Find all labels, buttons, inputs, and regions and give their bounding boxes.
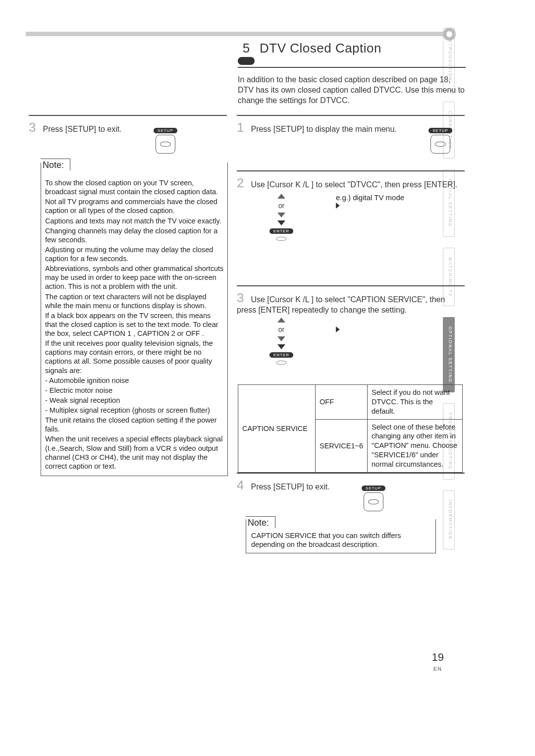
arrow-up-icon: [277, 318, 285, 323]
note-item: Abbreviations, symbols and other grammat…: [45, 264, 224, 291]
remote-setup-icon: SETUP: [428, 128, 452, 154]
arrow-right-icon: [336, 326, 340, 332]
right-step-2: 2 Use [Cursor K /L ] to select "DTVCC", …: [237, 170, 465, 241]
note-item: The unit retains the closed caption sett…: [45, 416, 224, 433]
arrow-down-icon: [277, 213, 285, 217]
page-language: EN: [433, 666, 442, 672]
step-text: Press [SETUP] to exit.: [251, 483, 329, 491]
section-heading: 5 DTV Closed Caption In addition to the …: [238, 41, 466, 106]
note-item: Captions and texts may not match the TV …: [45, 216, 224, 225]
right-step-1: 1 Press [SETUP] to display the main menu…: [237, 115, 465, 154]
note-item: Changing channels may delay the closed c…: [45, 226, 224, 244]
option-service-range: SERVICE1~6: [316, 419, 368, 472]
table-row: CAPTION SERVICE OFF Select if you do not…: [238, 385, 463, 420]
or-text: or: [278, 202, 284, 210]
note-item: To show the closed caption on your TV sc…: [45, 178, 224, 196]
example-label: e.g.) digital TV mode: [336, 193, 404, 202]
manual-page: INTRODUCTION CONNECTION INITIAL SETTING …: [0, 0, 535, 756]
or-text: or: [278, 325, 284, 333]
section-marker-icon: [238, 57, 255, 65]
arrow-down-icon: [277, 336, 285, 341]
step-number: 3: [237, 290, 246, 306]
section-intro: In addition to the basic closed caption …: [238, 75, 466, 106]
left-step-3: 3 Press [SETUP] to exit. SETUP: [29, 115, 227, 154]
right-step-3: 3 Use [Cursor K /L ] to select "CAPTION …: [237, 285, 465, 365]
step-text: Use [Cursor K /L ] to select "DTVCC", th…: [251, 180, 457, 189]
option-off: OFF: [316, 385, 368, 420]
step-number: 2: [237, 175, 246, 191]
option-off-desc: Select if you do not want DTVCC. This is…: [368, 385, 463, 420]
option-service-range-desc: Select one of these before changing any …: [368, 419, 463, 472]
note-item: If a black box appears on the TV screen,…: [45, 311, 224, 338]
note-subitem: - Automobile ignition noise: [45, 376, 224, 385]
note-box-left: To show the closed caption on your TV sc…: [41, 162, 228, 476]
remote-setup-icon: SETUP: [362, 486, 385, 511]
arrow-down-fill-icon: [277, 220, 285, 225]
note-item: If the unit receives poor quality televi…: [45, 339, 224, 375]
button-icon: [276, 237, 287, 241]
cursor-cluster-icon: or ENTER: [267, 194, 296, 241]
cursor-cluster-icon: or ENTER: [267, 318, 296, 365]
note-box-right: CAPTION SERVICE that you can switch diff…: [246, 519, 436, 553]
section-number: 5: [243, 41, 250, 56]
note-item: CAPTION SERVICE that you can switch diff…: [251, 532, 401, 548]
arrow-right-icon: [336, 203, 340, 209]
remote-button-label: SETUP: [362, 486, 385, 491]
button-icon: [276, 361, 287, 365]
step-text: Use [Cursor K /L ] to select "CAPTION SE…: [237, 295, 445, 314]
step-number: 4: [237, 478, 246, 493]
step-text: Press [SETUP] to exit.: [43, 125, 121, 133]
step-number: 1: [237, 120, 246, 135]
enter-label: ENTER: [269, 228, 293, 234]
remote-button-label: SETUP: [428, 128, 452, 133]
note-item: The caption or text characters will not …: [45, 292, 224, 310]
note-item: Not all TV programs and commercials have…: [45, 197, 224, 215]
header-rule: [26, 32, 447, 36]
arrow-up-icon: [277, 194, 285, 199]
note-subitem: - Electric motor noise: [45, 386, 224, 395]
remote-setup-icon: SETUP: [154, 128, 177, 154]
enter-label: ENTER: [269, 352, 293, 358]
caption-service-table: CAPTION SERVICE OFF Select if you do not…: [238, 384, 463, 473]
right-step-4: 4 Press [SETUP] to exit. SETUP: [237, 473, 465, 511]
arrow-down-fill-icon: [277, 344, 285, 349]
note-item: Adjusting or muting the volume may delay…: [45, 245, 224, 263]
caption-service-label: CAPTION SERVICE: [238, 385, 316, 473]
step-text: Press [SETUP] to display the main menu.: [251, 125, 396, 133]
note-subitem: - Multiplex signal reception (ghosts or …: [45, 406, 224, 415]
page-number: 19: [432, 651, 444, 664]
remote-button-label: SETUP: [154, 128, 177, 133]
note-item: When the unit receives a special effects…: [45, 434, 224, 471]
section-title: DTV Closed Caption: [260, 41, 381, 56]
note-subitem: - Weak signal reception: [45, 396, 224, 405]
step-number: 3: [29, 120, 38, 135]
